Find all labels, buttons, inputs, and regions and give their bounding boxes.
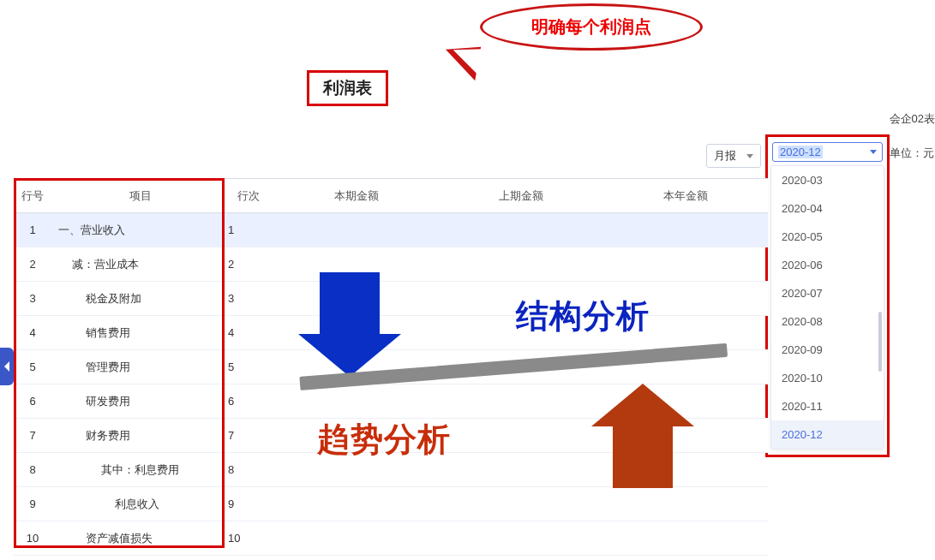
- cell-line: 7: [223, 429, 274, 442]
- period-option[interactable]: 2020-05: [771, 223, 884, 251]
- table-row[interactable]: 1一、营业收入1: [14, 213, 768, 247]
- cell-item: 管理费用: [51, 360, 223, 375]
- cell-line: 5: [223, 360, 274, 373]
- cell-rowno: 1: [14, 223, 51, 236]
- cell-line: 3: [223, 292, 274, 305]
- chevron-down-icon: [746, 154, 753, 158]
- period-option[interactable]: 2020-03: [771, 166, 884, 194]
- meta-area: 会企02表 单位：元: [890, 111, 935, 174]
- period-dropdown-wrap: 2020-12 2020-032020-042020-052020-062020…: [765, 134, 890, 457]
- cell-rowno: 2: [14, 258, 51, 271]
- report-type-value: 月报: [714, 148, 736, 164]
- cell-rowno: 9: [14, 497, 51, 510]
- cell-item: 一、营业收入: [51, 223, 223, 238]
- cell-line: 2: [223, 258, 274, 271]
- cell-rowno: 7: [14, 429, 51, 442]
- arrow-down-icon: [298, 272, 401, 377]
- cell-item: 研发费用: [51, 394, 223, 409]
- cell-item: 其中：利息费用: [51, 462, 223, 478]
- cell-item: 税金及附加: [51, 291, 223, 307]
- period-option[interactable]: 2020-11: [771, 392, 884, 420]
- cell-rowno: 3: [14, 292, 51, 305]
- period-selected-value: 2020-12: [778, 146, 823, 158]
- period-option[interactable]: 2020-08: [771, 307, 884, 336]
- cell-rowno: 5: [14, 360, 51, 373]
- report-type-select[interactable]: 月报: [706, 144, 761, 168]
- period-option[interactable]: 2020-10: [771, 364, 884, 392]
- cell-item: 财务费用: [51, 428, 223, 444]
- page-title-box: 利润表: [307, 70, 388, 106]
- period-option-list: 2020-032020-042020-052020-062020-072020-…: [770, 165, 884, 450]
- table-row[interactable]: 9利息收入9: [14, 487, 768, 521]
- cell-line: 8: [223, 463, 274, 476]
- table-header: 行号 项目 行次 本期金额 上期金额 本年金额: [14, 179, 768, 213]
- page-title: 利润表: [323, 79, 372, 97]
- period-select[interactable]: 2020-12: [772, 142, 883, 162]
- callout-bubble: 明确每个利润点: [480, 3, 703, 51]
- period-option[interactable]: 2020-04: [771, 194, 884, 223]
- cell-line: 10: [223, 532, 274, 545]
- col-current: 本期金额: [274, 188, 439, 204]
- side-collapse-tab[interactable]: [0, 348, 14, 385]
- col-line: 行次: [223, 188, 274, 204]
- period-option[interactable]: 2020-06: [771, 251, 884, 279]
- label-trend: 趋势分析: [317, 418, 451, 462]
- period-option[interactable]: 2020-07: [771, 279, 884, 307]
- period-option[interactable]: 2020-12: [771, 420, 884, 449]
- cell-item: 销售费用: [51, 325, 223, 341]
- cell-rowno: 6: [14, 395, 51, 408]
- label-structure: 结构分析: [516, 295, 650, 338]
- cell-rowno: 8: [14, 463, 51, 476]
- cell-line: 4: [223, 326, 274, 339]
- cell-rowno: 4: [14, 326, 51, 339]
- cell-rowno: 10: [14, 532, 51, 545]
- cell-item: 利息收入: [51, 497, 223, 512]
- scrollbar-thumb[interactable]: [878, 312, 882, 372]
- period-option[interactable]: 2020-09: [771, 336, 884, 364]
- form-code: 会企02表: [890, 111, 935, 127]
- cell-item: 减：营业成本: [51, 257, 223, 272]
- col-item: 项目: [51, 188, 223, 204]
- cell-line: 1: [223, 223, 274, 236]
- chevron-down-icon: [870, 150, 877, 154]
- cell-line: 6: [223, 395, 274, 408]
- unit-label: 单位：元: [890, 146, 935, 161]
- col-prev: 上期金额: [439, 188, 603, 204]
- cell-item: 资产减值损失: [51, 531, 223, 546]
- col-rowno: 行号: [14, 188, 51, 204]
- cell-line: 9: [223, 497, 274, 510]
- arrow-up-icon: [591, 384, 694, 488]
- callout-text: 明确每个利润点: [531, 15, 651, 39]
- col-ytd: 本年金额: [603, 188, 768, 204]
- table-row[interactable]: 10资产减值损失10: [14, 521, 768, 556]
